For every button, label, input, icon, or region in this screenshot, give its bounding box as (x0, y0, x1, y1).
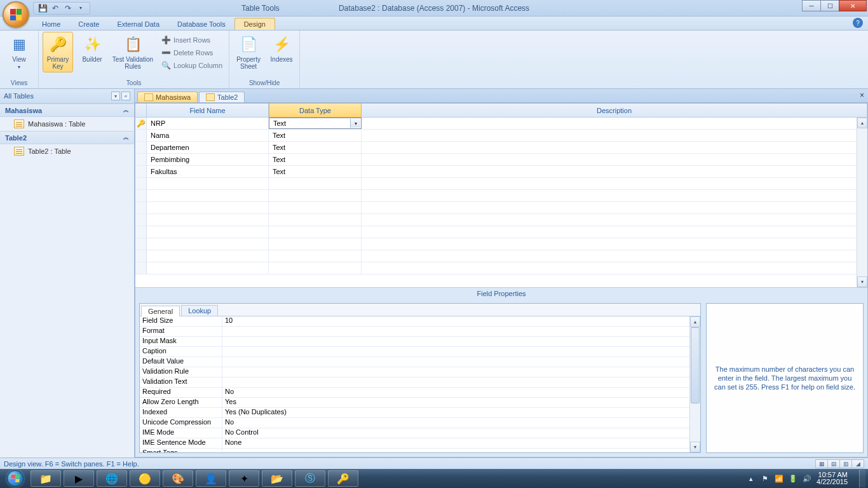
view-pivot-icon[interactable]: ▤ (827, 459, 840, 468)
cell-data-type[interactable]: Text (269, 166, 362, 177)
doc-tab-table2[interactable]: Table2 (199, 92, 245, 102)
nav-item[interactable]: Table2 : Table (0, 144, 134, 158)
taskbar-paint[interactable]: 🎨 (163, 470, 193, 487)
cell-field-name[interactable] (147, 250, 269, 262)
tab-external-data[interactable]: External Data (108, 18, 168, 30)
property-row[interactable]: Field Size10 (140, 316, 700, 327)
property-value[interactable] (222, 337, 700, 346)
property-row[interactable]: IndexedYes (No Duplicates) (140, 408, 700, 418)
tab-database-tools[interactable]: Database Tools (168, 18, 234, 30)
property-value[interactable] (222, 327, 700, 336)
property-row[interactable]: Format (140, 327, 700, 337)
design-row-empty[interactable] (135, 214, 867, 226)
taskbar-photos[interactable]: ✦ (229, 470, 259, 487)
nav-header[interactable]: All Tables ▾ « (0, 89, 134, 104)
view-button[interactable]: ▦ View ▾ (4, 32, 34, 70)
show-desktop-button[interactable] (859, 470, 865, 487)
cell-description[interactable] (362, 142, 867, 153)
col-header-data-type[interactable]: Data Type (269, 103, 362, 118)
cell-field-name[interactable] (147, 262, 269, 274)
dropdown-icon[interactable]: ▾ (350, 119, 360, 128)
col-header-field-name[interactable]: Field Name (147, 104, 269, 117)
cell-description[interactable] (362, 190, 867, 201)
lookup-column-button[interactable]: 🔍Lookup Column (158, 60, 225, 71)
cell-data-type[interactable] (269, 190, 362, 201)
row-selector[interactable] (135, 214, 147, 226)
cell-field-name[interactable] (147, 238, 269, 250)
cell-data-type[interactable] (269, 214, 362, 226)
cell-description[interactable] (362, 202, 867, 214)
cell-description[interactable] (362, 226, 867, 238)
tab-design[interactable]: Design (234, 18, 275, 30)
tab-home[interactable]: Home (33, 18, 69, 30)
property-value[interactable] (222, 367, 700, 377)
fp-tab-lookup[interactable]: Lookup (181, 305, 218, 316)
property-value[interactable]: 10 (222, 316, 700, 326)
view-chart-icon[interactable]: ▥ (839, 459, 852, 468)
office-button[interactable] (3, 1, 29, 28)
row-selector[interactable] (135, 250, 147, 262)
row-selector[interactable]: 🔑 (135, 118, 147, 129)
cell-field-name[interactable] (147, 190, 269, 201)
cell-data-type[interactable]: Text (269, 142, 362, 153)
cell-description[interactable] (362, 250, 867, 262)
nav-group-header[interactable]: Table2︽ (0, 131, 134, 144)
cell-field-name[interactable] (147, 202, 269, 214)
design-row[interactable]: PembimbingText (135, 154, 867, 166)
undo-icon[interactable]: ↶ (50, 3, 60, 13)
qat-dropdown-icon[interactable]: ▾ (76, 3, 86, 13)
row-selector[interactable] (135, 166, 147, 177)
design-row-empty[interactable] (135, 238, 867, 250)
cell-data-type[interactable] (269, 202, 362, 214)
cell-field-name[interactable]: Departemen (147, 142, 269, 153)
tray-clock[interactable]: 10:57 AM 4/22/2015 (817, 471, 848, 485)
property-row[interactable]: Validation Text (140, 377, 700, 388)
cell-field-name[interactable]: Pembimbing (147, 154, 269, 165)
design-row-empty[interactable] (135, 178, 867, 190)
cell-description[interactable] (362, 238, 867, 250)
row-selector[interactable] (135, 226, 147, 238)
scroll-down-icon[interactable]: ▾ (857, 276, 867, 287)
property-row[interactable]: IME Sentence ModeNone (140, 438, 700, 449)
scroll-up-icon[interactable]: ▴ (690, 316, 700, 327)
property-value[interactable] (222, 357, 700, 367)
property-value[interactable]: None (222, 438, 700, 448)
property-value[interactable]: No Control (222, 428, 700, 438)
design-row[interactable]: FakultasText (135, 166, 867, 178)
redo-icon[interactable]: ↷ (63, 3, 73, 13)
property-value[interactable]: No (222, 418, 700, 428)
design-row-empty[interactable] (135, 190, 867, 202)
cell-data-type[interactable] (269, 178, 362, 189)
row-selector[interactable] (135, 238, 147, 250)
cell-data-type[interactable] (269, 250, 362, 262)
property-value[interactable] (222, 377, 700, 387)
cell-description[interactable] (362, 130, 867, 141)
col-header-description[interactable]: Description (362, 104, 867, 117)
property-row[interactable]: RequiredNo (140, 388, 700, 398)
design-row-empty[interactable] (135, 202, 867, 214)
cell-data-type[interactable]: Text (269, 154, 362, 165)
property-row[interactable]: Default Value (140, 357, 700, 367)
cell-field-name[interactable] (147, 214, 269, 226)
cell-data-type[interactable] (269, 238, 362, 250)
design-row[interactable]: DepartemenText (135, 142, 867, 154)
design-row-empty[interactable] (135, 262, 867, 274)
cell-data-type[interactable]: Text (269, 130, 362, 141)
property-row[interactable]: Allow Zero LengthYes (140, 398, 700, 408)
property-value[interactable] (222, 347, 700, 356)
maximize-button[interactable]: ☐ (820, 0, 839, 11)
taskbar-skype[interactable]: Ⓢ (295, 470, 325, 487)
cell-field-name[interactable]: Nama (147, 130, 269, 141)
nav-dropdown-icon[interactable]: ▾ (111, 92, 120, 100)
property-row[interactable]: Caption (140, 347, 700, 357)
nav-item[interactable]: Mahasiswa : Table (0, 117, 134, 131)
taskbar-explorer[interactable]: 📁 (31, 470, 61, 487)
row-selector[interactable] (135, 178, 147, 189)
primary-key-button[interactable]: 🔑 Primary Key (43, 32, 73, 72)
cell-description[interactable] (362, 214, 867, 226)
taskbar-app2[interactable]: 👤 (196, 470, 226, 487)
property-value[interactable]: Yes (222, 398, 700, 407)
close-button[interactable]: ✕ (839, 0, 867, 11)
close-tab-icon[interactable]: × (860, 91, 864, 100)
cell-data-type[interactable]: Text▾ (269, 118, 362, 129)
